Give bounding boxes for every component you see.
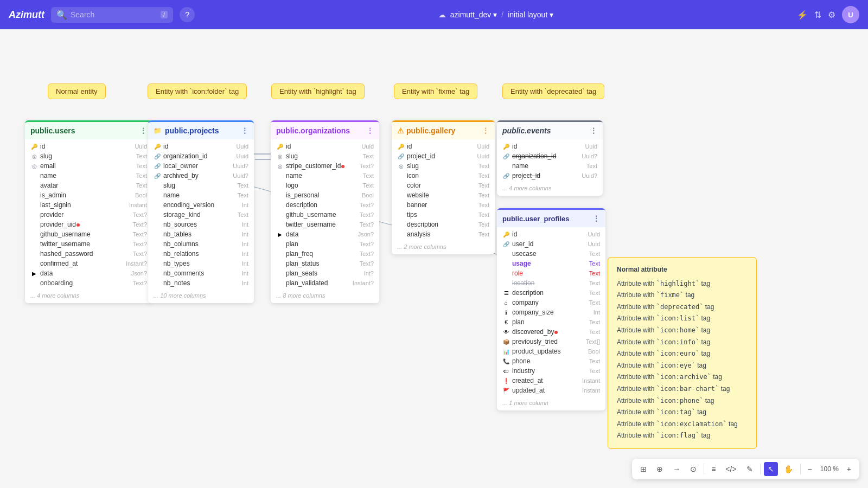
entity-gallery[interactable]: ⚠ public.gallery ⋮ 🔑idUuid 🔗project_idUu… [392, 120, 495, 254]
cloud-icon: ☁ [438, 10, 446, 19]
org-more-cols: ... 8 more columns [271, 290, 379, 303]
table-row: usecaseText [497, 249, 605, 259]
table-row: ◎stripe_customer_idText? [271, 161, 379, 171]
table-row: github_usernameText? [271, 210, 379, 220]
tag-icon: 🏷 [502, 368, 510, 374]
table-row: confirmed_atInstant? [25, 259, 152, 268]
entity-projects[interactable]: 📁 public.projects ⋮ 🔑idUuid 🔗organizatio… [148, 120, 254, 303]
table-row: nameText [497, 161, 603, 171]
legend-item: Attribute with `highlight` tag [617, 278, 748, 290]
legend-item: Attribute with `icon:tag` tag [617, 407, 748, 419]
settings-button[interactable]: ⚙ [828, 10, 835, 20]
table-row: locationText [497, 278, 605, 288]
user-profiles-more-btn[interactable]: ⋮ [592, 214, 600, 223]
navbar: Azimutt 🔍 / ? ☁ azimutt_dev ▾ / initial … [0, 0, 868, 29]
select-button[interactable]: ↖ [764, 462, 778, 476]
table-row: colorText [392, 181, 495, 190]
entity-organizations[interactable]: public.organizations ⋮ 🔑idUuid ◎slugText… [271, 120, 379, 303]
table-row: storage_kindText [148, 210, 254, 220]
toolbar-divider-2 [760, 464, 761, 474]
legend-box: Normal attribute Attribute with `highlig… [608, 257, 757, 449]
layout-button[interactable]: → [669, 462, 684, 476]
search-input[interactable] [71, 10, 157, 19]
org-more-btn[interactable]: ⋮ [366, 126, 374, 135]
legend-item: Attribute with `icon:archive` tag [617, 371, 748, 383]
zoom-out-button[interactable]: − [804, 462, 816, 476]
zoom-in-button[interactable]: + [843, 462, 855, 476]
entity-events[interactable]: public.events ⋮ 🔑idUuid 🔗organization_id… [497, 120, 603, 196]
table-row: ◎slugText [392, 161, 495, 171]
label-normal: Normal entity [48, 84, 106, 99]
table-row: 🚩updated_atInstant [497, 386, 605, 395]
key-icon: 🔑 [30, 144, 38, 150]
table-row: ❗created_atInstant [497, 376, 605, 386]
table-row: nb_columnsInt [148, 239, 254, 249]
table-row: hashed_passwordText? [25, 249, 152, 259]
legend-item: Attribute with `icon:bar-chart` tag [617, 383, 748, 395]
legend-item: Attribute with `deprecated` tag [617, 301, 748, 313]
exclamation-icon: ❗ [502, 378, 510, 384]
table-row: analysisText [392, 229, 495, 239]
label-folder: Entity with `icon:folder` tag [148, 84, 247, 99]
share-button[interactable]: ⇅ [814, 10, 821, 20]
table-row: ⌂companyText [497, 298, 605, 307]
entity-user-profiles-header: public.user_profiles ⋮ [497, 210, 605, 227]
lightning-button[interactable]: ⚡ [797, 10, 808, 20]
users-title: public.users [30, 126, 75, 135]
table-row: nameText [148, 190, 254, 200]
entity-user-profiles[interactable]: public.user_profiles ⋮ 🔑idUuid 🔗user_idU… [497, 208, 605, 410]
table-row: provider_uidText? [25, 220, 152, 229]
code-button[interactable]: </> [722, 462, 740, 476]
users-more-btn[interactable]: ⋮ [139, 126, 147, 135]
add-button[interactable]: ⊕ [653, 462, 667, 476]
nav-center: ☁ azimutt_dev ▾ / initial layout ▾ [201, 10, 790, 19]
link-icon: 🔗 [154, 173, 161, 179]
unique-icon: ◎ [276, 163, 284, 169]
search-box[interactable]: 🔍 / [51, 7, 173, 23]
app-logo[interactable]: Azimutt [9, 9, 44, 21]
link-icon: 🔗 [502, 241, 510, 247]
settings-tb-button[interactable]: ⊙ [686, 462, 700, 476]
nav-layout[interactable]: initial layout ▾ [508, 10, 553, 19]
list-view-button[interactable]: ≡ [707, 462, 719, 476]
table-row: websiteText [392, 190, 495, 200]
legend-item: Attribute with `icon:exclamation` tag [617, 419, 748, 431]
bottom-toolbar: ⊞ ⊕ → ⊙ ≡ </> ✎ ↖ ✋ − 100 % + [632, 459, 859, 479]
projects-more-btn[interactable]: ⋮ [241, 126, 248, 135]
key-icon: 🔑 [502, 144, 510, 150]
nav-project[interactable]: azimutt_dev ▾ [450, 10, 497, 19]
table-row: plan_validatedInstant? [271, 278, 379, 288]
table-row: avatarText [25, 181, 152, 190]
avatar[interactable]: U [842, 6, 859, 23]
entity-users[interactable]: public.users ⋮ 🔑idUuid ◎slugText ◎emailT… [25, 120, 152, 303]
table-row: nb_relationsInt [148, 249, 254, 259]
edit-button[interactable]: ✎ [743, 462, 757, 476]
home-icon: ⌂ [502, 300, 510, 306]
table-row: €planText [497, 317, 605, 327]
help-button[interactable]: ? [180, 7, 195, 22]
events-title: public.events [502, 126, 551, 135]
table-row: is_personalBool [271, 190, 379, 200]
table-row: nb_sourcesInt [148, 220, 254, 229]
search-icon: 🔍 [56, 10, 67, 20]
eye-icon: 👁 [502, 329, 510, 335]
table-row: plan_seatsInt? [271, 268, 379, 278]
table-row: descriptionText [392, 220, 495, 229]
fit-view-button[interactable]: ⊞ [636, 462, 650, 476]
org-title: public.organizations [276, 126, 350, 135]
zoom-level: 100 % [818, 465, 841, 473]
folder-icon: 📁 [154, 127, 162, 134]
table-row: ▶dataJson? [271, 229, 379, 239]
unique-icon: ◎ [276, 153, 284, 159]
table-row: 🔗local_ownerUuid? [148, 161, 254, 171]
expand-icon: ▶ [276, 232, 284, 237]
table-row: ◎emailText [25, 161, 152, 171]
gallery-more-btn[interactable]: ⋮ [482, 126, 489, 135]
expand-icon: ▶ [30, 271, 38, 277]
pan-button[interactable]: ✋ [780, 462, 797, 476]
events-more-btn[interactable]: ⋮ [590, 126, 597, 135]
gallery-more-cols: ... 2 more columns [392, 241, 495, 254]
table-row: 🔗organization_idUuid [148, 151, 254, 161]
entity-users-header: public.users ⋮ [25, 120, 152, 139]
legend-item: Attribute with `fixme` tag [617, 290, 748, 301]
